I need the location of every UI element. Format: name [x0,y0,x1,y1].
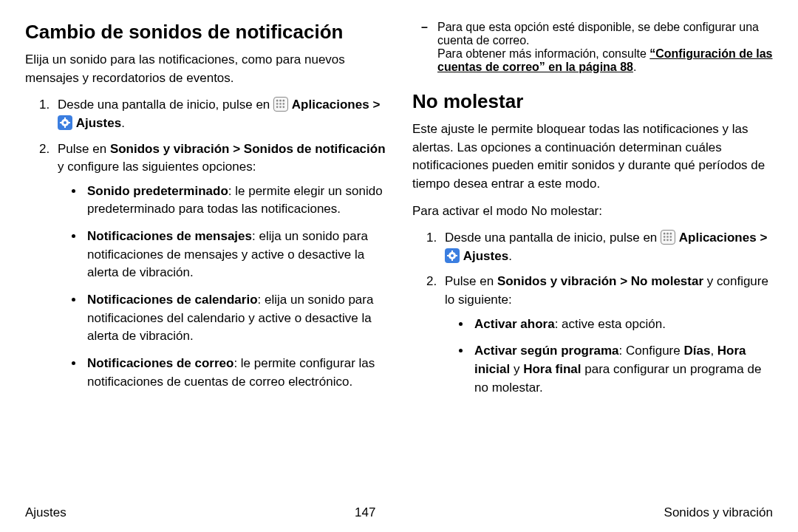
step-text: Desde una pantalla de inicio, pulse en [58,98,273,112]
breadcrumb-separator: > [369,98,381,112]
svg-point-20 [670,236,672,238]
option-desc: y [510,362,523,376]
option-item: Sonido predeterminado: le permite elegir… [84,183,386,219]
svg-point-3 [276,103,279,105]
gear-icon [445,248,460,263]
footer-right: Sonidos y vibración [664,505,773,520]
svg-point-25 [451,254,454,257]
svg-point-22 [666,239,669,242]
svg-point-21 [664,239,666,242]
page-number: 147 [355,505,375,520]
right-column: Para que esta opción esté disponible, se… [412,21,773,501]
left-column: Cambio de sonidos de notificación Elija … [25,21,386,501]
svg-point-8 [283,106,285,109]
option-name: Activar ahora [474,317,555,331]
svg-point-7 [279,106,282,109]
intro-paragraph: Elija un sonido para las notificaciones,… [25,51,386,87]
svg-point-2 [283,100,285,102]
option-item: Notificaciones de correo: le permite con… [84,355,386,391]
svg-point-17 [670,233,672,235]
period: . [633,61,636,73]
option-item: Activar ahora: active esta opción. [471,316,773,334]
step-1: Desde una pantalla de inicio, pulse en A… [53,96,386,132]
svg-rect-29 [455,255,457,256]
footer-left: Ajustes [25,505,66,520]
option-name: Notificaciones de correo [87,356,233,370]
svg-point-15 [664,233,666,235]
svg-rect-28 [447,255,449,256]
intro-paragraph: Este ajuste le permite bloquear todas la… [412,120,773,194]
note-text: Para obtener más información, consulte [437,47,649,60]
option-name: Notificaciones de calendario [87,293,258,307]
option-item: Activar según programa: Configure Días, … [471,342,773,397]
breadcrumb-separator: > [616,274,630,288]
apps-icon [661,230,675,245]
svg-rect-11 [64,117,66,120]
svg-point-23 [670,239,672,242]
svg-rect-14 [68,122,70,123]
breadcrumb-separator: > [229,142,243,156]
section-title: No molestar [412,90,773,113]
svg-point-4 [279,103,282,105]
svg-point-16 [666,233,669,235]
step-1: Desde una pantalla de inicio, pulse en A… [440,229,773,265]
step-text: y configure las siguientes opciones: [58,160,256,174]
svg-rect-12 [64,126,66,128]
menu-path: No molestar [631,274,703,288]
svg-point-19 [666,236,669,238]
svg-point-5 [283,103,285,105]
option-name: Activar según programa [474,344,619,358]
step-text: Desde una pantalla de inicio, pulse en [445,231,661,245]
apps-label: Aplicaciones [679,231,757,245]
svg-point-10 [64,121,66,124]
step-2: Pulse en Sonidos y vibración > Sonidos d… [53,140,386,392]
option-desc: , [710,344,717,358]
svg-point-6 [276,106,279,109]
gear-icon [58,115,72,130]
menu-path: Sonidos y vibración [110,142,230,156]
option-name: Días [683,344,710,358]
page-footer: Ajustes 147 Sonidos y vibración [25,501,773,532]
period: . [508,249,512,263]
svg-point-18 [664,236,666,238]
option-item: Notificaciones de calendario: elija un s… [84,291,386,346]
options-list: Sonido predeterminado: le permite elegir… [58,183,386,391]
svg-point-1 [279,100,282,102]
breadcrumb-separator: > [757,231,768,245]
step-text: Pulse en [445,274,497,288]
svg-rect-13 [60,122,62,123]
menu-path: Sonidos de notificación [244,142,386,156]
note-text: Para que esta opción esté disponible, se… [437,21,759,47]
apps-icon [273,97,288,112]
option-name: Notificaciones de mensajes [87,229,252,243]
option-item: Notificaciones de mensajes: elija un son… [84,228,386,282]
note-item: Para que esta opción esté disponible, se… [412,21,773,74]
apps-label: Aplicaciones [292,98,369,112]
step-text: Pulse en [58,142,110,156]
section-title: Cambio de sonidos de notificación [25,21,386,44]
step-2: Pulse en Sonidos y vibración > No molest… [440,273,773,397]
lead-paragraph: Para activar el modo No molestar: [412,202,773,221]
svg-rect-27 [451,259,453,261]
svg-point-0 [276,100,279,102]
settings-label: Ajustes [463,249,508,263]
steps-list: Desde una pantalla de inicio, pulse en A… [25,96,386,391]
steps-list: Desde una pantalla de inicio, pulse en A… [412,229,773,397]
option-desc: : Configure [619,344,684,358]
settings-label: Ajustes [76,116,121,130]
option-desc: : active esta opción. [555,317,666,331]
svg-rect-26 [451,250,453,253]
options-list: Activar ahora: active esta opción. Activ… [445,316,773,398]
menu-path: Sonidos y vibración [497,274,617,288]
option-name: Sonido predeterminado [87,184,228,198]
option-name: Hora final [523,362,581,376]
period: . [121,116,125,130]
